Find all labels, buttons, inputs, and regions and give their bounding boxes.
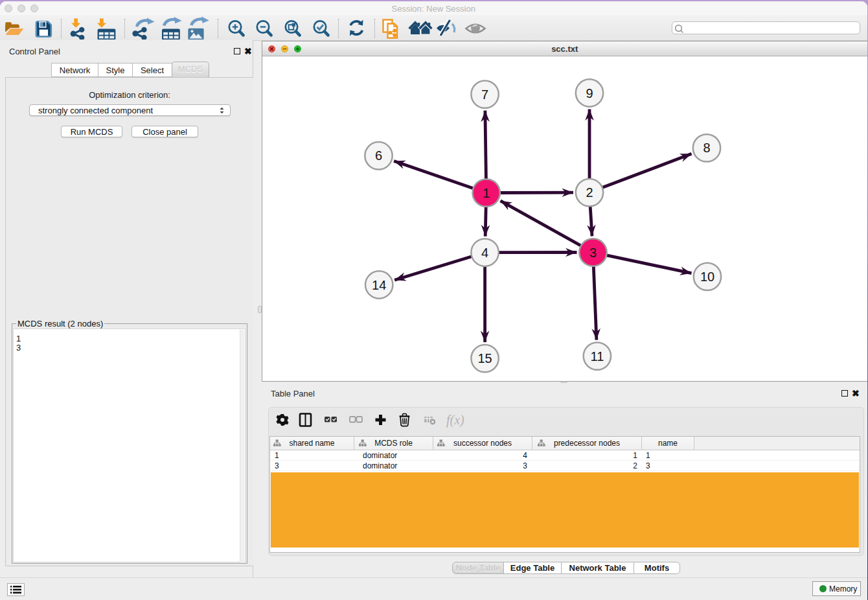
svg-text:14: 14 xyxy=(372,278,386,292)
svg-text:2: 2 xyxy=(586,185,593,200)
svg-text:9: 9 xyxy=(586,86,593,100)
svg-text:f(x): f(x) xyxy=(446,413,464,428)
svg-text:8: 8 xyxy=(703,141,710,155)
svg-text:6: 6 xyxy=(375,148,382,163)
svg-text:7: 7 xyxy=(481,87,488,102)
svg-text:4: 4 xyxy=(481,246,488,260)
svg-text:10: 10 xyxy=(700,270,714,284)
svg-text:15: 15 xyxy=(477,351,492,365)
svg-text:3: 3 xyxy=(589,246,597,260)
svg-text:1: 1 xyxy=(483,186,490,200)
svg-text:11: 11 xyxy=(591,349,604,363)
